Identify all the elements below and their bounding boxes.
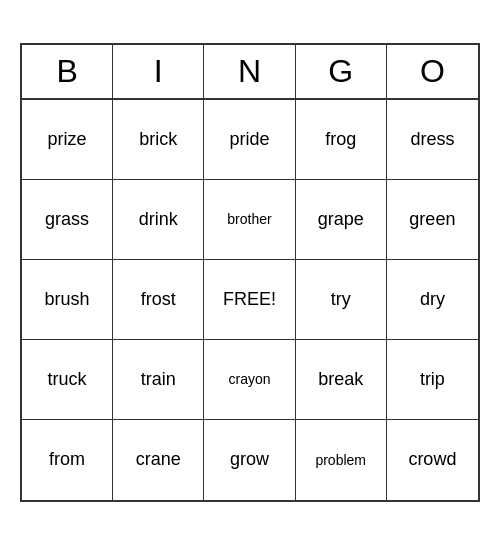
header-letter: O xyxy=(387,45,478,98)
bingo-cell: from xyxy=(22,420,113,500)
bingo-cell: trip xyxy=(387,340,478,420)
bingo-cell: dress xyxy=(387,100,478,180)
header-letter: I xyxy=(113,45,204,98)
free-space-cell: FREE! xyxy=(204,260,295,340)
bingo-grid: prizebrickpridefrogdressgrassdrinkbrothe… xyxy=(22,100,478,500)
bingo-cell: pride xyxy=(204,100,295,180)
bingo-cell: train xyxy=(113,340,204,420)
bingo-cell: try xyxy=(296,260,387,340)
header-letter: G xyxy=(296,45,387,98)
bingo-card: BINGO prizebrickpridefrogdressgrassdrink… xyxy=(20,43,480,502)
bingo-cell: grape xyxy=(296,180,387,260)
bingo-cell: green xyxy=(387,180,478,260)
bingo-cell: brick xyxy=(113,100,204,180)
bingo-cell: frost xyxy=(113,260,204,340)
header-letter: B xyxy=(22,45,113,98)
bingo-cell: dry xyxy=(387,260,478,340)
bingo-cell: prize xyxy=(22,100,113,180)
bingo-cell: brush xyxy=(22,260,113,340)
bingo-cell: truck xyxy=(22,340,113,420)
bingo-cell: problem xyxy=(296,420,387,500)
bingo-cell: crowd xyxy=(387,420,478,500)
bingo-cell: grass xyxy=(22,180,113,260)
bingo-cell: crane xyxy=(113,420,204,500)
bingo-cell: brother xyxy=(204,180,295,260)
bingo-cell: drink xyxy=(113,180,204,260)
bingo-header: BINGO xyxy=(22,45,478,100)
bingo-cell: frog xyxy=(296,100,387,180)
bingo-cell: crayon xyxy=(204,340,295,420)
bingo-cell: break xyxy=(296,340,387,420)
header-letter: N xyxy=(204,45,295,98)
bingo-cell: grow xyxy=(204,420,295,500)
